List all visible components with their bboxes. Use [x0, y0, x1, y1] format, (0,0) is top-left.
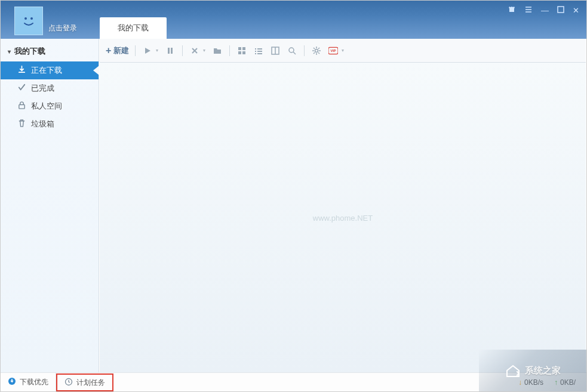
check-icon — [17, 83, 26, 94]
sidebar-item-completed[interactable]: 已完成 — [1, 79, 99, 97]
svg-point-13 — [315, 49, 318, 52]
separator — [229, 45, 230, 56]
status-right: ↓ 0KB/s ↑ 0KB/ — [518, 378, 586, 387]
search-button[interactable] — [286, 45, 298, 57]
main-content: www.phome.NET — [100, 63, 586, 372]
start-button[interactable] — [142, 45, 153, 57]
watermark-text: www.phome.NET — [313, 213, 373, 222]
delete-button[interactable] — [189, 45, 201, 57]
login-label[interactable]: 点击登录 — [48, 23, 77, 33]
svg-rect-3 — [168, 48, 170, 54]
plus-icon: + — [106, 45, 111, 56]
new-label: 新建 — [113, 45, 129, 56]
schedule-label: 计划任务 — [76, 378, 105, 388]
skin-icon[interactable] — [508, 5, 516, 16]
download-speed-value: 0KB/s — [524, 378, 543, 387]
minimize-icon[interactable]: — — [541, 6, 549, 15]
status-bar: 下载优先 计划任务 ↓ 0KB/s ↑ 0KB/ — [1, 372, 586, 391]
download-icon — [17, 65, 26, 76]
separator — [182, 45, 183, 56]
sidebar-item-label: 垃圾箱 — [31, 119, 54, 129]
header: 点击登录 我的下载 — ✕ — [1, 1, 586, 39]
chevron-down-icon[interactable]: ▾ — [156, 48, 158, 53]
window-controls: — ✕ — [508, 5, 579, 16]
pause-button[interactable] — [164, 45, 176, 57]
list-view-button[interactable] — [253, 45, 265, 57]
arrow-down-icon: ↓ — [518, 378, 522, 387]
sidebar: ▾ 我的下载 正在下载 已完成 私人空间 垃圾箱 — [1, 39, 99, 372]
sidebar-item-label: 正在下载 — [31, 65, 62, 76]
svg-text:VIP: VIP — [331, 49, 336, 53]
svg-rect-16 — [19, 105, 24, 109]
trash-icon — [17, 119, 26, 129]
vip-button[interactable]: VIP — [327, 45, 339, 57]
sidebar-header[interactable]: ▾ 我的下载 — [1, 39, 99, 61]
upload-speed-value: 0KB/ — [560, 378, 576, 387]
svg-point-0 — [24, 17, 27, 20]
toolbar: + 新建 ▾ ▾ VIP ▾ — [100, 39, 586, 63]
sidebar-item-trash[interactable]: 垃圾箱 — [1, 115, 99, 133]
menu-icon[interactable] — [524, 5, 533, 16]
close-icon[interactable]: ✕ — [573, 6, 579, 15]
separator — [304, 45, 305, 56]
arrow-up-icon: ↑ — [554, 378, 558, 387]
grid-view-button[interactable] — [236, 45, 248, 57]
folder-button[interactable] — [211, 45, 223, 57]
scheduled-tasks-button[interactable]: 计划任务 — [56, 374, 113, 391]
clock-icon — [64, 378, 73, 388]
sidebar-item-private[interactable]: 私人空间 — [1, 97, 99, 115]
svg-rect-7 — [238, 51, 241, 54]
upload-speed: ↑ 0KB/ — [554, 378, 576, 387]
sidebar-item-downloading[interactable]: 正在下载 — [1, 61, 99, 79]
sidebar-item-label: 私人空间 — [31, 101, 62, 112]
collapse-icon: ▾ — [8, 48, 11, 55]
tab-my-downloads[interactable]: 我的下载 — [100, 17, 167, 39]
priority-label: 下载优先 — [20, 377, 48, 387]
priority-icon — [8, 377, 16, 387]
panel-button[interactable] — [269, 45, 281, 57]
svg-rect-8 — [242, 51, 245, 54]
sidebar-item-label: 已完成 — [31, 83, 54, 94]
separator — [135, 45, 136, 56]
chevron-down-icon[interactable]: ▾ — [342, 48, 344, 53]
avatar[interactable] — [14, 7, 43, 35]
svg-line-12 — [293, 52, 296, 54]
svg-point-1 — [30, 17, 33, 20]
svg-rect-6 — [242, 47, 245, 50]
download-speed: ↓ 0KB/s — [518, 378, 543, 387]
svg-rect-2 — [558, 7, 564, 13]
svg-point-11 — [289, 48, 294, 53]
settings-button[interactable] — [311, 45, 322, 57]
sidebar-title: 我的下载 — [14, 46, 45, 57]
svg-rect-4 — [171, 48, 173, 54]
svg-rect-5 — [238, 47, 241, 50]
chevron-down-icon[interactable]: ▾ — [203, 48, 205, 53]
new-button[interactable]: + 新建 — [106, 45, 129, 56]
download-priority-button[interactable]: 下载优先 — [1, 373, 56, 391]
maximize-icon[interactable] — [557, 6, 564, 15]
lock-icon — [17, 101, 26, 112]
